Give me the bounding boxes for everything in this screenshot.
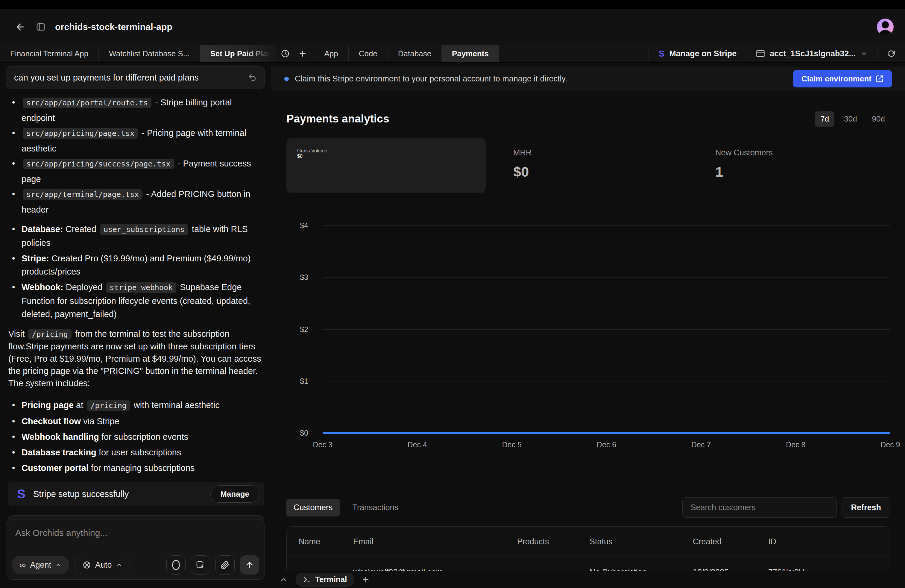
view-tab-payments[interactable]: Payments bbox=[442, 45, 499, 62]
arrow-left-icon bbox=[15, 22, 25, 32]
chevron-up-icon bbox=[116, 562, 122, 568]
expand-terminal-button[interactable] bbox=[279, 575, 288, 584]
back-button[interactable] bbox=[13, 20, 27, 34]
chat-input[interactable] bbox=[6, 520, 265, 554]
stat-gross-volume[interactable]: Gross Volume $0 bbox=[286, 138, 486, 193]
x-axis-label: Dec 6 bbox=[597, 440, 616, 449]
system-includes-list: Pricing page at /pricing with terminal a… bbox=[8, 397, 264, 476]
claim-banner-text: Claim this Stripe environment to your pe… bbox=[295, 74, 567, 84]
model-dropdown[interactable]: Auto bbox=[75, 556, 130, 574]
refresh-button[interactable]: Refresh bbox=[841, 497, 890, 518]
select-element-icon bbox=[196, 560, 205, 570]
x-axis-label: Dec 7 bbox=[691, 440, 711, 449]
restore-checkpoint-button[interactable] bbox=[248, 73, 257, 82]
chart-x-axis: Dec 3Dec 4Dec 5Dec 6Dec 7Dec 8Dec 9 bbox=[322, 440, 890, 452]
gridline bbox=[322, 329, 890, 330]
x-axis-label: Dec 9 bbox=[880, 440, 900, 449]
stat-new-customers[interactable]: New Customers 1 bbox=[715, 148, 773, 180]
new-terminal-button[interactable] bbox=[362, 575, 370, 584]
composer-controls: ∞ Agent Auto bbox=[12, 555, 259, 575]
view-tab-code[interactable]: Code bbox=[349, 45, 388, 62]
list-item: src/app/api/portal/route.ts - Stripe bil… bbox=[8, 95, 264, 126]
plus-icon bbox=[298, 49, 307, 58]
credit-card-icon bbox=[756, 50, 765, 57]
claim-environment-button[interactable]: Claim environment bbox=[793, 70, 892, 87]
column-header: Created bbox=[693, 527, 768, 556]
attach-file-button[interactable] bbox=[216, 555, 235, 575]
project-tab-set-up-paid-plans[interactable]: Set Up Paid Plans bbox=[200, 45, 276, 62]
titlebar bbox=[0, 0, 905, 9]
record-button[interactable] bbox=[167, 555, 186, 575]
created-files-list: src/app/api/portal/route.ts - Stripe bil… bbox=[8, 95, 264, 217]
manage-stripe-button[interactable]: Manage bbox=[210, 485, 259, 503]
gridline bbox=[322, 381, 890, 381]
assistant-response: src/app/api/portal/route.ts - Stripe bil… bbox=[0, 89, 271, 535]
new-chat-button[interactable] bbox=[294, 45, 314, 62]
history-button[interactable] bbox=[276, 45, 294, 62]
x-axis-label: Dec 5 bbox=[502, 440, 522, 449]
x-axis-label: Dec 8 bbox=[786, 440, 805, 449]
manage-on-stripe-button[interactable]: S Manage on Stripe bbox=[649, 45, 746, 62]
series-line-gross-volume bbox=[322, 432, 890, 434]
chart-y-axis: $4$3$2$1$0 bbox=[271, 226, 316, 433]
x-axis-label: Dec 4 bbox=[408, 440, 427, 449]
tab-customers[interactable]: Customers bbox=[286, 499, 340, 516]
user-avatar[interactable] bbox=[877, 19, 894, 35]
stripe-account-dropdown[interactable]: acct_1ScJ1slgnab32... bbox=[746, 45, 877, 62]
column-header: Email bbox=[353, 527, 517, 556]
refresh-preview-button[interactable] bbox=[877, 45, 905, 62]
column-header: Products bbox=[517, 527, 589, 556]
paperclip-icon bbox=[221, 561, 230, 569]
page-title: Payments analytics bbox=[286, 113, 389, 125]
customers-toolbar: Customers Transactions Refresh bbox=[286, 497, 890, 518]
table-header-row: NameEmailProductsStatusCreatedID bbox=[287, 527, 890, 557]
send-button[interactable] bbox=[240, 555, 259, 575]
chart-plot bbox=[322, 226, 890, 433]
project-tab-financial-terminal-app[interactable]: Financial Terminal App bbox=[0, 45, 99, 62]
list-item: src/app/pricing/success/page.tsx - Payme… bbox=[8, 156, 264, 186]
infinity-icon: ∞ bbox=[19, 560, 26, 570]
tab-strip-right: S Manage on Stripe acct_1ScJ1slgnab32... bbox=[649, 45, 905, 62]
customers-table: NameEmailProductsStatusCreatedID whalewo… bbox=[286, 526, 890, 573]
terminal-bar: Terminal bbox=[271, 571, 905, 588]
range-30d[interactable]: 30d bbox=[838, 111, 862, 127]
setup-summary-list: Database: Created user_subscriptions tab… bbox=[8, 222, 264, 321]
terminal-tab[interactable]: Terminal bbox=[296, 573, 354, 586]
y-axis-label: $4 bbox=[300, 221, 308, 230]
column-header: Name bbox=[298, 527, 353, 556]
list-item: Stripe: Created Pro ($19.99/mo) and Prem… bbox=[8, 252, 264, 278]
agent-mode-dropdown[interactable]: ∞ Agent bbox=[12, 556, 69, 574]
column-header: ID bbox=[768, 527, 878, 556]
chevron-up-icon bbox=[279, 575, 288, 584]
tab-strip: Financial Terminal App Watchlist Databas… bbox=[0, 45, 905, 62]
claim-banner: Claim this Stripe environment to your pe… bbox=[271, 67, 905, 91]
clock-icon bbox=[281, 49, 290, 58]
range-7d[interactable]: 7d bbox=[815, 111, 834, 127]
y-axis-label: $0 bbox=[300, 429, 308, 437]
stats-row: Gross Volume $0 MRR $0 New Customers 1 bbox=[286, 138, 890, 193]
search-customers-input[interactable] bbox=[682, 497, 837, 518]
range-90d[interactable]: 90d bbox=[867, 111, 890, 127]
main-area: can you set up payments for different pa… bbox=[0, 63, 905, 588]
user-message-text: can you set up payments for different pa… bbox=[14, 73, 199, 83]
stat-mrr[interactable]: MRR $0 bbox=[513, 148, 532, 180]
stripe-logo-icon: S bbox=[17, 488, 25, 500]
list-item: Database tracking for user subscriptions bbox=[8, 445, 264, 460]
list-item: src/app/pricing/page.tsx - Pricing page … bbox=[8, 126, 264, 156]
list-item: Customer portal for managing subscriptio… bbox=[8, 460, 264, 476]
view-tab-database[interactable]: Database bbox=[388, 45, 442, 62]
payments-panel: Claim this Stripe environment to your pe… bbox=[271, 63, 905, 588]
view-tab-app[interactable]: App bbox=[314, 45, 348, 62]
analytics-header: Payments analytics 7d 30d 90d bbox=[286, 110, 890, 128]
tab-transactions[interactable]: Transactions bbox=[345, 499, 406, 516]
column-header: Status bbox=[589, 527, 693, 556]
project-title: orchids-stock-terminal-app bbox=[55, 22, 172, 32]
user-message-bubble: can you set up payments for different pa… bbox=[6, 66, 265, 89]
sidebar-toggle-icon[interactable] bbox=[36, 22, 46, 32]
terminal-prompt-icon bbox=[303, 576, 311, 583]
chat-composer: ∞ Agent Auto bbox=[6, 519, 265, 580]
project-tab-watchlist-database[interactable]: Watchlist Database S... bbox=[99, 45, 200, 62]
select-element-button[interactable] bbox=[191, 555, 210, 575]
y-axis-label: $2 bbox=[300, 325, 308, 334]
range-toggle: 7d 30d 90d bbox=[815, 111, 890, 127]
